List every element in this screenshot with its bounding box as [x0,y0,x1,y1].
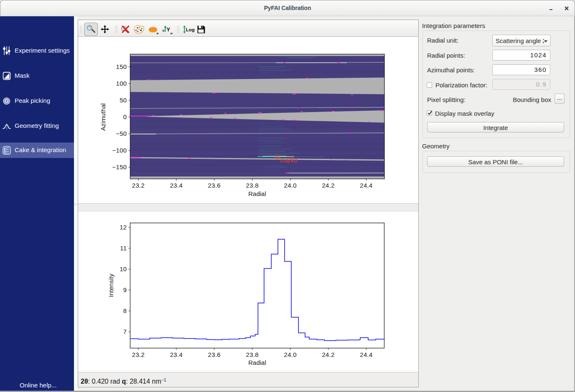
svg-text:11: 11 [120,244,127,252]
svg-text:10: 10 [120,265,127,272]
svg-text:23.8: 23.8 [246,182,259,189]
svg-text:23.2: 23.2 [132,351,145,358]
svg-text:−100: −100 [112,147,127,154]
svg-text:12: 12 [120,224,127,231]
svg-text:24.4: 24.4 [360,351,372,358]
svg-text:23.2: 23.2 [132,182,145,189]
svg-text:Radial: Radial [248,190,266,197]
svg-text:Log: Log [186,27,195,32]
svg-text:7: 7 [123,328,127,335]
svg-text:24.0: 24.0 [284,351,296,358]
svg-text:50: 50 [120,97,127,104]
svg-text:150: 150 [116,63,127,70]
svg-text:23.8: 23.8 [246,351,259,358]
svg-text:Radial: Radial [248,359,266,366]
svg-text:24.2: 24.2 [322,182,334,189]
svg-text:mark0: mark0 [280,157,298,164]
svg-text:24.4: 24.4 [360,182,372,189]
svg-text:8: 8 [123,307,127,314]
svg-text:23.6: 23.6 [208,351,221,358]
svg-text:23.4: 23.4 [170,351,183,358]
svg-text:−50: −50 [116,130,127,137]
svg-text:Y: Y [166,26,170,33]
svg-text:9: 9 [123,286,127,293]
svg-text:23.4: 23.4 [170,182,183,189]
svg-text:Azimuthal: Azimuthal [99,103,107,131]
svg-text:100: 100 [116,80,127,87]
svg-text:Intensity: Intensity [107,274,114,297]
svg-text:24.2: 24.2 [322,351,334,358]
svg-text:0: 0 [163,29,165,33]
svg-text:−150: −150 [112,163,127,171]
svg-text:0: 0 [123,113,127,120]
svg-text:24.0: 24.0 [284,182,296,189]
svg-text:23.6: 23.6 [208,182,221,189]
